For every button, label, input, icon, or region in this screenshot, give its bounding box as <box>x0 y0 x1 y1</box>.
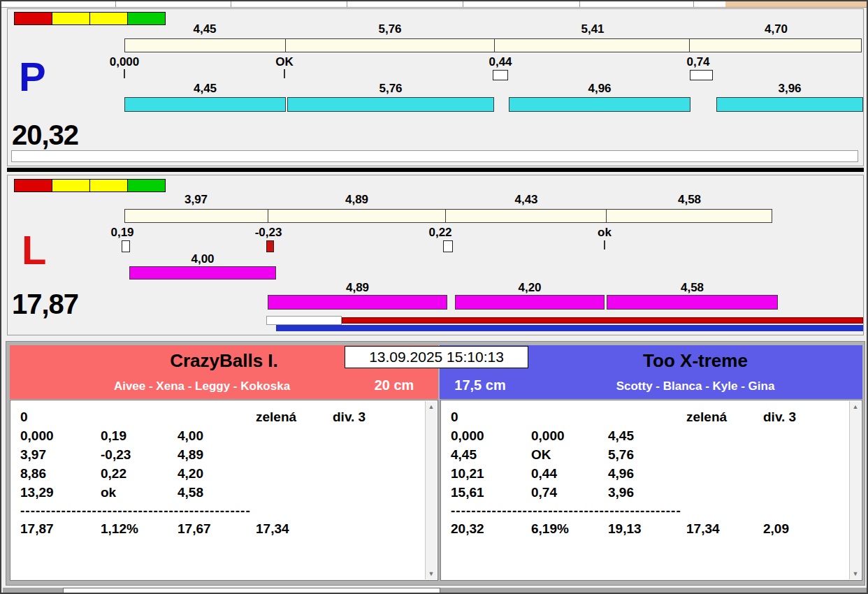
segment-label: 4,45 <box>124 22 285 36</box>
cell: 4,45 <box>451 447 531 463</box>
scroll-down-icon[interactable]: ▼ <box>426 568 437 579</box>
cell: 3,97 <box>20 447 101 463</box>
table-row: 15,61 0,74 3,96 <box>451 483 846 502</box>
cell: 13,29 <box>20 485 101 500</box>
status-light-red <box>14 12 52 25</box>
value-bar-cyan <box>509 97 690 112</box>
value-bar-cyan <box>287 97 494 112</box>
cell: 4,45 <box>608 428 686 444</box>
table-row: 0,000 0,19 4,00 <box>20 426 422 445</box>
cell: 17,67 <box>178 521 256 537</box>
cell: 0,000 <box>20 428 101 444</box>
table-total-row: 20,32 6,19% 19,13 17,34 2,09 <box>451 519 846 538</box>
cell: 19,13 <box>608 521 686 537</box>
status-light-yellow <box>89 179 128 192</box>
cell: 2,09 <box>763 521 846 537</box>
bar-label: 5,76 <box>287 82 494 96</box>
cell: 5,76 <box>608 447 686 463</box>
table-row: 0 zelená div. 3 <box>451 407 846 426</box>
horizontal-scrollbar-thumb[interactable] <box>63 588 440 593</box>
cell: 3,96 <box>608 485 686 500</box>
scroll-down-icon[interactable]: ▼ <box>850 568 861 579</box>
marker-tick <box>124 69 125 78</box>
value-bar-magenta <box>129 266 276 280</box>
left-table-scrollbar[interactable]: ▲ ▼ <box>425 401 437 579</box>
cell: ok <box>101 485 178 500</box>
panel-p: 4,45 5,76 5,41 4,70 0,000 OK 0,44 0,74 P… <box>7 8 864 166</box>
top-strip-separator <box>463 1 463 7</box>
status-light-red <box>14 179 52 192</box>
cell: 4,96 <box>608 466 686 481</box>
table-row: 0 zelená div. 3 <box>20 407 422 426</box>
status-light-green <box>127 179 166 192</box>
measure-bar-p <box>124 38 862 52</box>
measure-bar-segment <box>268 210 446 222</box>
measure-bar-l <box>124 209 772 223</box>
top-strip-separator <box>693 1 694 7</box>
measure-bar-segment <box>125 210 268 222</box>
cell: 0,44 <box>531 466 608 481</box>
bar-label: 4,00 <box>129 252 276 266</box>
status-light-yellow <box>89 12 128 25</box>
marker-label: 0,000 <box>99 55 150 69</box>
status-light-yellow <box>52 179 90 192</box>
top-strip-separator <box>231 1 231 7</box>
marker-box <box>493 70 508 80</box>
top-strip-separator <box>347 1 347 7</box>
cell: 17,34 <box>686 521 763 537</box>
player-letter-p: P <box>19 57 46 97</box>
team-right-name: Too X-treme <box>556 350 835 372</box>
bar-label: 4,20 <box>455 281 605 295</box>
table-separator: ----------------------------------------… <box>451 502 846 519</box>
scroll-up-icon[interactable]: ▲ <box>426 401 437 412</box>
team-right-players: Scotty - Blanca - Kyle - Gina <box>556 379 835 393</box>
cell: 0,22 <box>101 466 178 481</box>
table-row: 0,000 0,000 4,45 <box>451 426 846 445</box>
cell: 0 <box>20 410 101 425</box>
segment-label: 4,43 <box>446 193 607 207</box>
scroll-up-icon[interactable]: ▲ <box>850 401 861 412</box>
red-stripe <box>342 317 863 324</box>
table-row: 8,86 0,22 4,20 <box>20 464 422 483</box>
bar-label: 4,58 <box>607 281 778 295</box>
cell: 17,87 <box>20 521 101 537</box>
marker-label: 0,22 <box>416 226 465 240</box>
marker-label: -0,23 <box>244 226 293 240</box>
segment-label: 3,97 <box>124 193 268 207</box>
team-left-players: Aivee - Xena - Leggy - Kokoska <box>34 379 370 393</box>
status-lights-l <box>15 179 166 192</box>
segment-label: 4,70 <box>690 22 862 36</box>
cell: 6,19% <box>531 521 608 537</box>
measure-bar-segment <box>125 39 286 52</box>
cell: 15,61 <box>451 485 531 500</box>
top-strip-tan <box>725 1 867 8</box>
team-left-distance: 20 cm <box>359 377 429 393</box>
cell: 20,32 <box>451 521 531 537</box>
top-strip <box>1 1 725 8</box>
segment-label: 5,76 <box>285 22 495 36</box>
cell: 4,58 <box>178 485 256 500</box>
right-table-scrollbar[interactable]: ▲ ▼ <box>849 401 861 579</box>
marker-tick <box>604 240 605 249</box>
status-light-yellow <box>52 12 90 25</box>
horizontal-scrollbar[interactable] <box>3 588 867 594</box>
cell: 1,12% <box>101 521 178 537</box>
value-bar-magenta <box>455 295 605 310</box>
cell: -0,23 <box>101 447 178 463</box>
scoreboard: CrazyBalls I. Aivee - Xena - Leggy - Kok… <box>6 341 865 586</box>
cell: zelená <box>256 410 333 425</box>
indicator-box <box>266 316 342 325</box>
measure-bar-segment <box>495 39 690 52</box>
cell: 0,000 <box>531 428 608 444</box>
value-bar-cyan <box>124 97 286 112</box>
total-l: 17,87 <box>12 290 78 318</box>
score-table-left-body: 0 zelená div. 3 0,000 0,19 4,00 3,97 -0,… <box>20 407 422 538</box>
panel-divider <box>7 168 864 172</box>
table-row: 3,97 -0,23 4,89 <box>20 445 422 464</box>
cell: 4,20 <box>178 466 256 481</box>
segment-label: 4,89 <box>268 193 446 207</box>
marker-label: OK <box>260 55 309 69</box>
value-bar-magenta <box>268 295 447 310</box>
cell: div. 3 <box>763 410 846 425</box>
marker-tick <box>284 69 285 78</box>
